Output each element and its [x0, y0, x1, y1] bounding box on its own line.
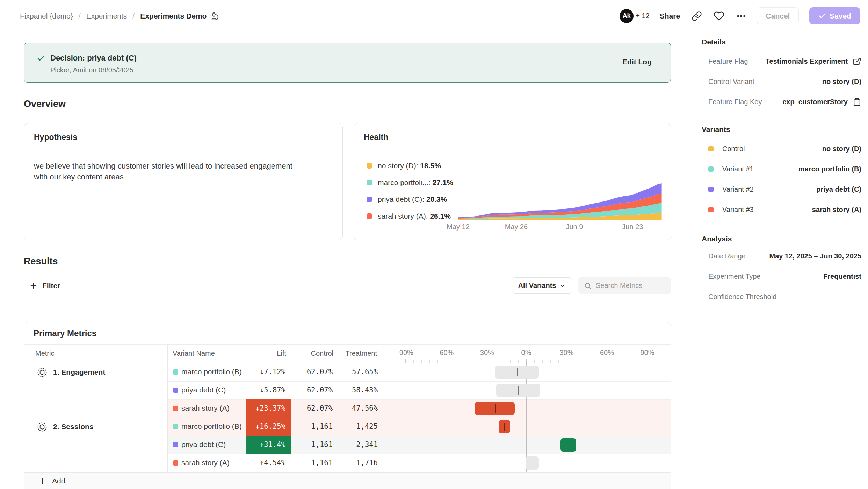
axis-tick [470, 360, 470, 363]
legend-swatch [367, 163, 372, 169]
hypothesis-text[interactable]: we believe that showing customer stories… [24, 151, 314, 191]
table-row[interactable]: sarah story (A)↓23.37%62.07%47.56% [24, 399, 671, 418]
lift-axis-label: 60% [600, 349, 614, 357]
divider [24, 304, 671, 304]
table-row[interactable]: sarah story (A)↑4.54%1,1611,716 [24, 454, 671, 472]
edit-log-button[interactable]: Edit Log [622, 58, 652, 66]
avatar[interactable]: Ak [620, 9, 634, 23]
sidebar-row-value: Frequentist [823, 272, 861, 281]
overview-heading: Overview [24, 99, 66, 109]
sidebar-row: Date RangeMay 12, 2025 – Jun 30, 2025 [694, 246, 868, 266]
copy-link-icon[interactable] [692, 11, 702, 21]
cancel-button[interactable]: Cancel [757, 7, 799, 24]
table-row[interactable]: priya debt (C)↑31.4%1,1612,341 [24, 436, 671, 454]
metric-icon [37, 422, 47, 432]
sidebar-variants-section: Variants Controlno story (D)Variant #1ma… [694, 125, 868, 220]
variant-color-dot [173, 460, 178, 466]
ci-chart-cell [376, 418, 671, 436]
breadcrumb-project[interactable]: Fixpanel {demo} [20, 12, 73, 20]
variant-color-swatch [708, 146, 714, 151]
metric-name: 1. Engagement [53, 368, 105, 376]
axis-tick [656, 360, 656, 363]
external-link-icon[interactable] [853, 57, 861, 66]
favorite-heart-icon[interactable] [714, 10, 724, 21]
sidebar-row: Confidence Threshold [694, 286, 868, 307]
variant-color-dot [173, 388, 178, 393]
table-row[interactable]: 1. Engagementmarco portfolio (B)↓7.12%62… [24, 363, 671, 381]
saved-button[interactable]: Saved [809, 7, 860, 24]
sidebar-row-value: no story (D) [822, 78, 861, 86]
axis-tick [486, 359, 486, 363]
lift-value: ↑31.4% [216, 440, 285, 449]
column-divider [167, 345, 168, 472]
legend-item[interactable]: no story (D): 18.5% [367, 161, 441, 171]
lift-value: ↓16.25% [216, 422, 285, 431]
axis-tick [534, 360, 535, 363]
axis-tick [405, 359, 406, 363]
sidebar-row-label: Control Variant [708, 78, 754, 86]
variants-dropdown[interactable]: All Variants [512, 277, 572, 294]
sidebar-row[interactable]: Feature Flag Keyexp_customerStory [694, 92, 868, 112]
search-metrics-input[interactable] [596, 282, 666, 290]
lift-value: ↓7.12% [216, 368, 285, 376]
decision-subtitle: Picker, Amit on 08/05/2025 [50, 66, 133, 74]
sidebar-row-value: no story (D) [822, 145, 861, 153]
sidebar-row-label: Control [722, 145, 745, 153]
sidebar-row-label: Variant #2 [722, 185, 754, 193]
x-axis-label: May 26 [505, 223, 528, 231]
legend-swatch [367, 180, 372, 185]
treatment-value: 58.43% [322, 386, 378, 394]
sidebar-row[interactable]: Feature FlagTestimonials Experiment [694, 51, 868, 71]
variant-color-dot [173, 442, 178, 447]
sidebar-row-label: Variant #3 [722, 206, 754, 214]
chevron-down-icon [559, 283, 566, 289]
table-row[interactable]: priya debt (C)↓5.87%62.07%58.43% [24, 381, 671, 399]
legend-item[interactable]: marco portfoli...: 27.1% [367, 177, 453, 188]
hypothesis-card-title: Hypothesis [24, 123, 342, 151]
axis-tick [639, 360, 639, 363]
axis-tick [631, 360, 631, 363]
metric-cell[interactable]: 2. Sessions [24, 418, 167, 436]
copy-icon[interactable] [853, 98, 861, 106]
filter-label: Filter [42, 282, 60, 290]
legend-item[interactable]: priya debt (C): 28.3% [367, 194, 447, 205]
plus-icon [38, 477, 46, 485]
ci-chart-cell [376, 363, 671, 381]
lift-axis: -90%-60%-30%0%30%60%90% [376, 345, 671, 363]
lift-axis-label: 90% [640, 349, 654, 357]
axis-tick [494, 360, 494, 363]
table-column-headers: Metric Variant Name Lift Control Treatme… [24, 345, 671, 363]
sidebar-row-value: Testimonials Experiment [766, 57, 848, 65]
sidebar-row-value: May 12, 2025 – Jun 30, 2025 [769, 252, 861, 260]
axis-tick [583, 360, 583, 363]
axis-tick [510, 360, 511, 363]
zero-line [526, 436, 527, 454]
legend-label: marco portfoli...: 27.1% [378, 178, 453, 187]
variants-rows: Controlno story (D)Variant #1marco portf… [694, 139, 868, 220]
breadcrumb-separator: / [132, 12, 135, 20]
sidebar-row: Experiment TypeFrequentist [694, 266, 868, 286]
share-button[interactable]: Share [660, 12, 680, 20]
estimate-tick [495, 404, 496, 413]
variants-heading: Variants [702, 125, 868, 134]
breadcrumb-experiments[interactable]: Experiments [86, 12, 127, 20]
collaborator-count[interactable]: + 12 [636, 12, 649, 20]
health-card: Health May 12May 26Jun 9Jun 23 no story … [354, 123, 671, 240]
top-actions: Ak + 12 Share Cancel Saved [620, 7, 860, 24]
metric-cell[interactable]: 1. Engagement [24, 363, 167, 381]
more-options-icon[interactable] [736, 11, 746, 21]
saved-button-label: Saved [830, 12, 851, 20]
legend-item[interactable]: sarah story (A): 26.1% [367, 211, 451, 221]
axis-tick [664, 360, 664, 363]
breadcrumb-current-page[interactable]: Experiments Demo [140, 12, 207, 20]
results-toolbar: Filter All Variants [24, 277, 671, 294]
axis-tick [550, 360, 551, 363]
add-metric-button[interactable]: Add [38, 477, 65, 485]
lift-value: ↑4.54% [216, 459, 285, 467]
table-row[interactable]: 2. Sessionsmarco portfolio (B)↓16.25%1,1… [24, 418, 671, 436]
add-filter-button[interactable]: Filter [30, 282, 60, 290]
main-content: Decision: priya debt (C) Picker, Amit on… [0, 32, 694, 489]
variant-color-dot [173, 424, 178, 429]
ci-chart-cell [376, 381, 671, 399]
details-sidebar: Details Feature FlagTestimonials Experim… [694, 32, 868, 489]
